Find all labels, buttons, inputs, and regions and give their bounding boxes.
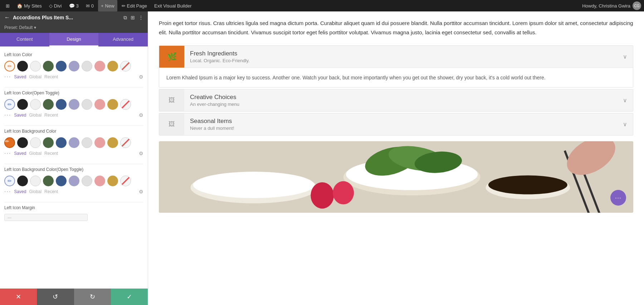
eyedropper-icon-4: ✏ [8,178,12,184]
my-sites-item[interactable]: 🏠 My Sites [14,0,45,11]
gear-icon-2[interactable]: ⚙ [139,112,143,118]
eyedropper-swatch-4[interactable]: ✏ [4,176,15,186]
accordion-title-3: Seasonal Items [190,118,611,125]
swatch-gold-4[interactable] [107,176,118,186]
swatch-light-pink-4[interactable] [94,176,105,186]
recent-link-3[interactable]: Recent [44,151,58,156]
swatch-light-gray-2[interactable] [82,99,92,110]
back-button[interactable]: ← [4,14,10,21]
swatch-light-purple-3[interactable] [69,137,79,148]
left-icon-bg-color-label: Left Icon Background Color [4,129,143,134]
swatch-dark-green-4[interactable] [43,176,54,186]
messages-item[interactable]: ✉ 0 [83,0,97,11]
new-item[interactable]: + New [98,0,117,11]
recent-link-2[interactable]: Recent [44,113,58,118]
copy-icon[interactable]: ⧉ [123,15,127,21]
swatch-light-purple-2[interactable] [69,99,79,110]
swatch-light-gray-4[interactable] [82,176,92,186]
swatch-white-1[interactable] [30,61,41,72]
eyedropper-swatch-2[interactable]: ✏ [4,99,15,110]
eyedropper-icon-2: ✏ [8,102,12,107]
global-link-2[interactable]: Global [29,113,42,118]
tab-design[interactable]: Design [49,33,99,46]
eyedropper-swatch-3[interactable]: ✏ [4,137,15,148]
swatch-none-2[interactable] [120,99,131,110]
swatch-light-gray-3[interactable] [82,137,92,148]
comments-item[interactable]: 💬 3 [66,0,82,11]
swatch-light-pink-3[interactable] [94,137,105,148]
saved-link-1[interactable]: Saved [14,74,26,79]
swatch-black-1[interactable] [17,61,28,72]
undo-button[interactable]: ↺ [37,289,74,305]
swatch-dark-green-1[interactable] [43,61,54,72]
confirm-button[interactable]: ✓ [111,289,148,305]
grid-icon[interactable]: ⊞ [131,15,135,20]
divi-item[interactable]: ◇ Divi [46,0,65,11]
dots-btn-2[interactable]: ··· [4,112,11,118]
saved-link-2[interactable]: Saved [14,113,26,118]
main-layout: ← Accordions Plus Item S... ⧉ ⊞ ⋮ Preset… [0,11,644,305]
preset-row[interactable]: Preset: Default ▾ [0,24,148,33]
swatch-white-4[interactable] [30,176,41,186]
left-icon-bg-color-open-section: Left Icon Background Color(Open Toggle) … [4,167,143,195]
saved-link-3[interactable]: Saved [14,151,26,156]
color-action-row-1: ··· Saved Global Recent ⚙ [4,74,143,80]
swatch-none-4[interactable] [120,176,131,186]
swatch-light-pink-2[interactable] [94,99,105,110]
global-link-4[interactable]: Global [29,189,42,194]
gear-icon-1[interactable]: ⚙ [139,74,143,80]
global-link-1[interactable]: Global [29,74,42,79]
left-icon-margin-label: Left Icon Margin [4,205,143,210]
saved-link-4[interactable]: Saved [14,189,26,194]
accordion-chevron-2: ∨ [617,89,633,111]
global-link-3[interactable]: Global [29,151,42,156]
panel-title: Accordions Plus Item S... [13,15,121,20]
swatch-light-pink-1[interactable] [94,61,105,72]
swatch-gold-1[interactable] [107,61,118,72]
redo-button[interactable]: ↻ [74,289,111,305]
swatch-dark-blue-3[interactable] [56,137,67,148]
swatch-none-1[interactable] [120,61,131,72]
swatch-black-2[interactable] [17,99,28,110]
accordion-header-2[interactable]: 🖼 Creative Choices An ever-changing menu… [159,89,633,111]
edit-page-item[interactable]: ✏ Edit Page [119,0,150,11]
exit-builder-item[interactable]: Exit Visual Builder [151,0,195,11]
swatch-white-2[interactable] [30,99,41,110]
swatch-light-gray-1[interactable] [82,61,92,72]
gear-icon-4[interactable]: ⚙ [139,189,143,195]
swatch-light-purple-4[interactable] [69,176,79,186]
wp-logo-item[interactable]: ⊞ [3,0,13,11]
swatch-black-4[interactable] [17,176,28,186]
gear-icon-3[interactable]: ⚙ [139,151,143,156]
margin-input[interactable]: — [4,214,88,221]
comments-icon: 💬 [69,3,75,9]
tab-content[interactable]: Content [0,33,49,46]
swatch-dark-blue-1[interactable] [56,61,67,72]
accordion-header-1[interactable]: 🌿 Fresh Ingredients Local. Organic. Eco-… [159,46,633,68]
accordion-fresh-ingredients: 🌿 Fresh Ingredients Local. Organic. Eco-… [159,45,633,88]
preset-label: Preset: Default [4,25,33,30]
tab-advanced[interactable]: Advanced [98,33,148,46]
swatch-none-3[interactable] [120,137,131,148]
accordion-chevron-1: ∨ [617,46,633,68]
swatch-black-3[interactable] [17,137,28,148]
swatch-dark-green-3[interactable] [43,137,54,148]
swatch-gold-2[interactable] [107,99,118,110]
recent-link-4[interactable]: Recent [44,189,58,194]
swatch-light-purple-1[interactable] [69,61,79,72]
accordion-header-3[interactable]: 🖼 Seasonal Items Never a dull moment! ∨ [159,113,633,135]
swatch-gold-3[interactable] [107,137,118,148]
eyedropper-swatch-1[interactable]: ✏ [4,61,15,72]
swatch-dark-blue-4[interactable] [56,176,67,186]
dots-btn-3[interactable]: ··· [4,150,11,157]
recent-link-1[interactable]: Recent [44,74,58,79]
image-placeholder-icon-3: 🖼 [169,120,175,128]
cancel-button[interactable]: ✕ [0,289,37,305]
swatch-white-3[interactable] [30,137,41,148]
svg-point-9 [488,176,567,195]
swatch-dark-blue-2[interactable] [56,99,67,110]
swatch-dark-green-2[interactable] [43,99,54,110]
dots-btn-4[interactable]: ··· [4,188,11,195]
dots-btn-1[interactable]: ··· [4,74,11,80]
more-icon[interactable]: ⋮ [138,15,143,20]
